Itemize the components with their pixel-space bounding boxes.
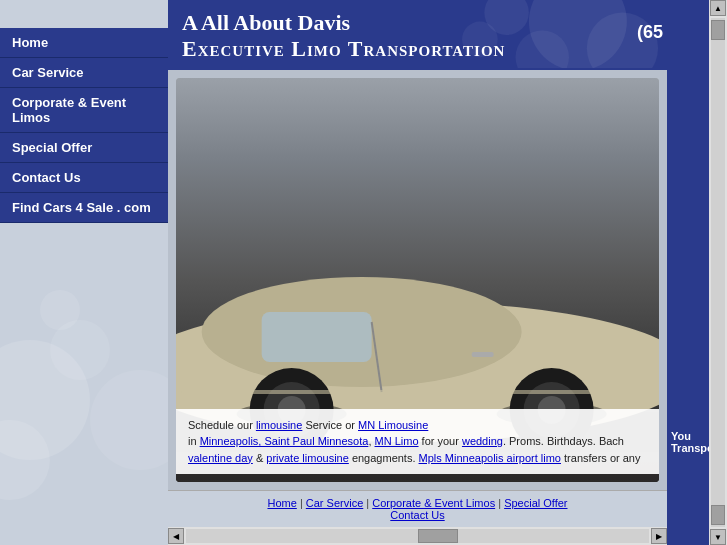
sidebar-item-find-cars[interactable]: Find Cars 4 Sale . com xyxy=(0,193,168,223)
overlay-valentine-link[interactable]: valentine day xyxy=(188,452,253,464)
footer-links: Home | Car Service | Corporate & Event L… xyxy=(178,497,657,509)
svg-point-2 xyxy=(50,320,110,380)
sidebar-nav: Home Car Service Corporate & Event Limos… xyxy=(0,28,168,223)
overlay-end-text: transfers or any xyxy=(561,452,640,464)
sidebar-item-special-offer[interactable]: Special Offer xyxy=(0,133,168,163)
scroll-thumb-vertical[interactable] xyxy=(711,20,725,40)
page-wrapper: Home Car Service Corporate & Event Limos… xyxy=(0,0,727,545)
footer-special-offer-link[interactable]: Special Offer xyxy=(504,497,567,509)
svg-point-5 xyxy=(529,0,627,68)
overlay-and-text: & xyxy=(253,452,266,464)
overlay-private-limo-link[interactable]: private limousine xyxy=(266,452,349,464)
svg-point-7 xyxy=(516,30,569,68)
right-scrollbar[interactable]: ▲ ▼ xyxy=(709,0,727,545)
footer-car-service-link[interactable]: Car Service xyxy=(306,497,363,509)
main-content: Schedule our limousine Service or MN Lim… xyxy=(168,70,667,545)
scroll-thumb-horizontal[interactable] xyxy=(418,529,458,543)
center-content: A All About Davis Executive Limo Transpo… xyxy=(168,0,667,545)
footer-contact-link[interactable]: Contact Us xyxy=(390,509,444,521)
header-line2: Executive Limo Transportation xyxy=(182,36,505,62)
overlay-proms-text: . Proms. Birthdays. Bach xyxy=(503,435,624,447)
scroll-thumb-bottom[interactable] xyxy=(711,505,725,525)
footer-corporate-link[interactable]: Corporate & Event Limos xyxy=(372,497,495,509)
sidebar-item-car-service[interactable]: Car Service xyxy=(0,58,168,88)
overlay-for-text: for your xyxy=(419,435,462,447)
overlay-schedule-text: Schedule our xyxy=(188,419,256,431)
footer-home-link[interactable]: Home xyxy=(267,497,296,509)
footer: Home | Car Service | Corporate & Event L… xyxy=(168,490,667,527)
bottom-scrollbar[interactable]: ◀ ▶ xyxy=(168,527,667,545)
svg-point-4 xyxy=(40,290,80,330)
header-line1: A All About Davis xyxy=(182,10,505,36)
sidebar-item-corporate[interactable]: Corporate & Event Limos xyxy=(0,88,168,133)
overlay-service-text: Service or xyxy=(302,419,358,431)
scroll-right-arrow[interactable]: ▶ xyxy=(651,528,667,544)
scroll-up-arrow[interactable]: ▲ xyxy=(710,0,726,16)
overlay-limousine-link[interactable]: limousine xyxy=(256,419,302,431)
overlay-in-text: in xyxy=(188,435,200,447)
overlay-engagments-text: engagments. xyxy=(349,452,419,464)
phone-number-partial: (65 xyxy=(637,22,663,43)
right-panel-text2: Transpo xyxy=(671,442,709,454)
overlay-airport-link[interactable]: Mpls Minneapolis airport limo xyxy=(419,452,561,464)
right-panel-text1: You xyxy=(671,430,709,442)
sidebar-item-home[interactable]: Home xyxy=(0,28,168,58)
right-panel: You Transpo xyxy=(667,0,709,545)
svg-point-1 xyxy=(0,420,50,500)
svg-point-0 xyxy=(0,340,90,460)
overlay-minneapolis-link[interactable]: Minneapolis, Saint Paul Minnesota xyxy=(200,435,369,447)
svg-point-3 xyxy=(90,370,168,470)
left-nav: Home Car Service Corporate & Event Limos… xyxy=(0,0,168,545)
header-title: A All About Davis Executive Limo Transpo… xyxy=(182,10,505,62)
text-overlay: Schedule our limousine Service or MN Lim… xyxy=(176,409,659,475)
scroll-left-arrow[interactable]: ◀ xyxy=(168,528,184,544)
footer-contact: Contact Us xyxy=(178,509,657,521)
sidebar-item-contact-us[interactable]: Contact Us xyxy=(0,163,168,193)
scroll-down-arrow[interactable]: ▼ xyxy=(710,529,726,545)
overlay-wedding-link[interactable]: wedding xyxy=(462,435,503,447)
overlay-mn-limo2-link[interactable]: MN Limo xyxy=(375,435,419,447)
overlay-mn-limo-link[interactable]: MN Limousine xyxy=(358,419,428,431)
scroll-track-horizontal xyxy=(186,529,649,543)
header: A All About Davis Executive Limo Transpo… xyxy=(168,0,667,70)
scroll-track-vertical xyxy=(711,18,725,527)
car-image-container: Schedule our limousine Service or MN Lim… xyxy=(176,78,659,482)
